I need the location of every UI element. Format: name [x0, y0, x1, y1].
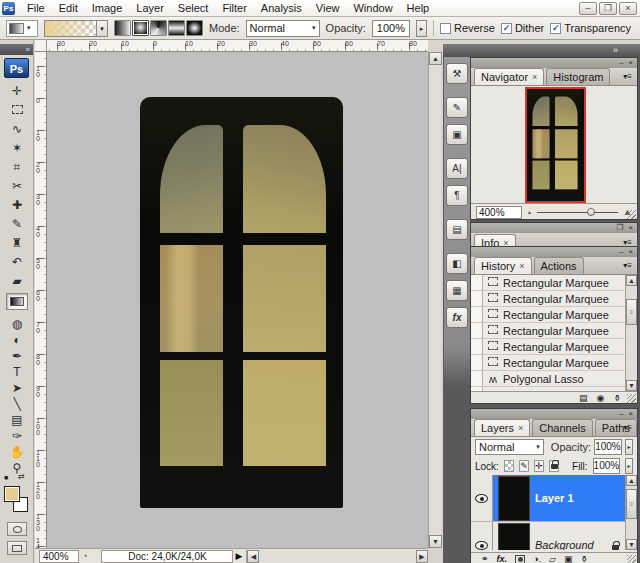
character-panel-icon[interactable]: A| [446, 158, 468, 179]
lock-all-icon[interactable] [549, 460, 559, 472]
new-document-from-state-icon[interactable]: ▤ [579, 393, 588, 403]
history-state[interactable]: Rectangular Marquee [471, 339, 637, 355]
menu-window[interactable]: Window [346, 1, 399, 15]
history-brush-tool[interactable]: ↶ [6, 253, 28, 270]
adjustment-layer-icon[interactable]: ◑. [533, 554, 541, 563]
gradient-tool[interactable] [6, 293, 28, 310]
layer-name[interactable]: Layer 1 [535, 492, 574, 504]
layer-thumbnail[interactable] [499, 477, 529, 520]
hand-tool[interactable]: ✋ [6, 443, 28, 460]
tab-history[interactable]: History× [474, 257, 532, 274]
reflected-gradient-button[interactable] [168, 20, 185, 36]
clone-stamp-tool[interactable]: ♜ [6, 234, 28, 251]
pen-tool[interactable]: ✒ [6, 347, 28, 364]
tab-histogram[interactable]: Histogram [546, 68, 610, 85]
scroll-right-icon[interactable]: ▶ [416, 550, 428, 563]
layers-scrollbar[interactable]: ▲ ≡ ▼ [625, 475, 637, 550]
scroll-down-icon[interactable]: ▼ [626, 380, 637, 391]
tab-close-icon[interactable]: × [519, 261, 524, 271]
new-group-icon[interactable]: ▱ [549, 554, 556, 563]
swap-colors-icon[interactable]: ⇄ [18, 472, 25, 481]
history-source-well[interactable] [471, 307, 483, 322]
tab-actions[interactable]: Actions [534, 257, 584, 274]
tab-channels[interactable]: Channels [532, 419, 592, 436]
chevron-down-icon[interactable]: ▾ [96, 21, 107, 36]
history-state[interactable]: Polygonal Lasso [471, 371, 637, 387]
delete-state-icon[interactable]: ⚱ [613, 393, 621, 403]
tool-presets-icon[interactable]: ⚒ [446, 63, 468, 84]
layer-blend-mode-select[interactable]: Normal▾ [475, 439, 544, 455]
tab-close-icon[interactable]: × [518, 423, 523, 433]
opacity-spinner[interactable]: ▸ [416, 20, 427, 37]
tab-close-icon[interactable]: × [532, 72, 537, 82]
layer-opacity-spinner[interactable]: ▸ [625, 439, 633, 455]
menu-edit[interactable]: Edit [52, 1, 85, 15]
opacity-input[interactable]: 100% [372, 20, 410, 37]
path-selection-tool[interactable]: ➤ [6, 379, 28, 396]
document-canvas[interactable] [47, 52, 428, 548]
default-colors-icon[interactable]: ■ [4, 474, 14, 483]
tool-preset-picker[interactable]: ▾ [6, 20, 38, 37]
history-source-well[interactable] [471, 323, 483, 338]
scroll-down-icon[interactable]: ▼ [429, 535, 442, 548]
history-state[interactable]: Rectangular Marquee [471, 323, 637, 339]
scroll-up-icon[interactable]: ▲ [626, 275, 637, 286]
menu-filter[interactable]: Filter [215, 1, 253, 15]
toolbar-collapse-handle[interactable]: » [0, 44, 33, 55]
brush-tool[interactable]: ✎ [6, 215, 28, 232]
screen-mode-button[interactable] [7, 541, 27, 555]
color-panel-icon[interactable]: ▦ [446, 280, 468, 301]
rectangular-marquee-tool[interactable] [6, 101, 28, 118]
quick-mask-button[interactable] [7, 522, 27, 536]
crop-tool[interactable]: ⌗ [6, 158, 28, 175]
history-source-well[interactable] [471, 371, 483, 386]
dither-checkbox[interactable]: ✓ [501, 23, 512, 34]
photoshop-app-icon[interactable]: Ps [2, 2, 15, 15]
horizontal-scrollbar[interactable]: ◀ ▶ [246, 550, 428, 563]
history-state[interactable]: Rectangular Marquee [471, 307, 637, 323]
history-state[interactable]: Rectangular Marquee [471, 355, 637, 371]
lasso-tool[interactable]: ∿ [6, 120, 28, 137]
menu-select[interactable]: Select [171, 1, 216, 15]
eye-icon[interactable] [475, 494, 488, 503]
blur-tool[interactable]: ◍ [6, 315, 28, 332]
magic-wand-tool[interactable]: ✶ [6, 139, 28, 156]
reverse-checkbox[interactable] [440, 23, 451, 34]
transparency-checkbox[interactable]: ✓ [550, 23, 561, 34]
close-panel-icon[interactable]: × [628, 59, 633, 67]
styles-icon[interactable]: fx [446, 307, 468, 328]
history-source-well[interactable] [471, 291, 483, 306]
swatches-icon[interactable]: ◧ [446, 253, 468, 274]
close-panel-icon[interactable]: × [628, 248, 633, 256]
move-tool[interactable]: ✛ [6, 82, 28, 99]
layer-style-icon[interactable]: fx. [497, 554, 508, 563]
restore-button[interactable]: ❐ [599, 2, 617, 15]
zoom-slider-thumb[interactable] [587, 208, 595, 216]
close-panel-icon[interactable]: × [628, 224, 633, 232]
layer-opacity-field[interactable]: 100% [594, 439, 622, 455]
new-snapshot-icon[interactable]: ◉ [597, 393, 605, 403]
dodge-tool[interactable]: ◐ [6, 331, 28, 348]
delete-layer-icon[interactable]: ⚱ [580, 554, 588, 563]
vertical-scrollbar[interactable]: ▲ ▼ [428, 52, 441, 548]
brushes-icon[interactable]: ✎ [446, 97, 468, 118]
dock-collapse-bar[interactable]: » [443, 44, 640, 57]
history-state[interactable]: Rectangular Marquee [471, 291, 637, 307]
zoom-slider[interactable] [537, 212, 618, 213]
menu-image[interactable]: Image [85, 1, 130, 15]
type-tool[interactable]: T [6, 363, 28, 380]
link-layers-icon[interactable]: ⚭ [481, 554, 489, 563]
notes-tool[interactable]: ▤ [6, 411, 28, 428]
close-panel-icon[interactable]: × [628, 410, 633, 418]
menu-help[interactable]: Help [400, 1, 437, 15]
document-size-field[interactable]: Doc: 24,0K/24,0K [101, 550, 233, 563]
maximize-panel-icon[interactable]: ❐ [616, 224, 623, 232]
panel-menu-icon[interactable]: ▾≡ [620, 70, 635, 83]
diamond-gradient-button[interactable] [186, 20, 203, 36]
lock-position-icon[interactable]: ✛ [534, 460, 544, 472]
scrollbar-thumb[interactable]: ≡ [626, 489, 637, 519]
lock-transparency-icon[interactable] [504, 460, 514, 472]
history-source-well[interactable] [471, 339, 483, 354]
scrollbar-thumb[interactable]: ≡ [626, 299, 637, 325]
close-button[interactable]: × [619, 2, 637, 15]
